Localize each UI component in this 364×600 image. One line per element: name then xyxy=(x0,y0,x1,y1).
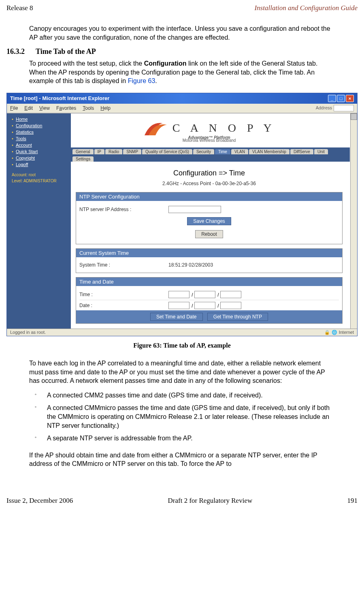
tab-unit[interactable]: Unit xyxy=(314,149,328,154)
status-logged-in: Logged in as root. xyxy=(10,330,46,335)
device-info: 2.4GHz - Access Point - 0a-00-3e-20-a5-3… xyxy=(76,181,343,192)
maximize-button[interactable]: □ xyxy=(337,95,345,102)
tab-snmp[interactable]: SNMP xyxy=(123,149,141,154)
intro-paragraph: Canopy encourages you to experiment with… xyxy=(29,24,335,42)
address-label: Address xyxy=(316,105,354,111)
panel-system-time-header: Current System Time xyxy=(76,249,342,257)
lock-icon: 🔒 xyxy=(324,330,330,335)
time-hour-input[interactable] xyxy=(168,291,189,298)
date-day-input[interactable] xyxy=(194,302,215,309)
header-release: Release 8 xyxy=(6,4,33,12)
nav-statistics[interactable]: Statistics xyxy=(12,129,68,135)
window-title: Time [root] - Microsoft Internet Explore… xyxy=(10,95,109,101)
tab-ip[interactable]: IP xyxy=(94,149,104,154)
time-label: Time : xyxy=(79,292,168,297)
nav-quick-start[interactable]: Quick Start xyxy=(12,148,68,155)
list-item: A connected CMMmicro passes the time and… xyxy=(29,404,335,430)
config-tabs: General IP Radio SNMP Quality of Service… xyxy=(71,147,350,162)
save-changes-button[interactable]: Save Changes xyxy=(187,217,231,225)
close-button[interactable]: × xyxy=(346,95,354,102)
browser-menubar: File Edit View Favorites Tools Help Addr… xyxy=(7,104,357,113)
footer-draft: Draft 2 for Regulatory Review xyxy=(168,497,253,505)
browser-statusbar: Logged in as root. 🔒 🌐 Internet xyxy=(7,329,357,336)
tab-qos[interactable]: Quality of Service (QoS) xyxy=(142,149,192,154)
time-sec-input[interactable] xyxy=(220,291,241,298)
list-item: A separate NTP server is addressable fro… xyxy=(29,434,335,443)
logo-area: C A N O P Y Advantage™ Platform Motorola… xyxy=(76,117,343,147)
tab-radio[interactable]: Radio xyxy=(105,149,122,154)
menu-favorites[interactable]: Favorites xyxy=(56,105,76,111)
panel-ntp: NTP Server Configuration NTP server IP A… xyxy=(76,192,343,244)
figure-link[interactable]: Figure 63 xyxy=(128,77,155,84)
nav-account[interactable]: Account xyxy=(12,142,68,148)
section-number: 16.3.2 xyxy=(6,47,36,56)
description-paragraph: To have each log in the AP correlated to… xyxy=(29,359,335,385)
config-page-title: Configuration => Time xyxy=(76,162,343,181)
tab-general[interactable]: General xyxy=(72,149,94,154)
globe-icon: 🌐 xyxy=(332,330,337,335)
footer-issue: Issue 2, December 2006 xyxy=(6,497,73,505)
section-heading: 16.3.2Time Tab of the AP xyxy=(6,47,335,56)
tab-vlan[interactable]: VLAN xyxy=(231,149,248,154)
date-year-input[interactable] xyxy=(220,302,241,309)
scrollbar-up-arrow[interactable] xyxy=(351,113,357,120)
reboot-button[interactable]: Reboot xyxy=(195,230,223,238)
address-input[interactable] xyxy=(334,105,354,111)
ntp-ip-input[interactable] xyxy=(168,206,221,213)
menu-tools[interactable]: Tools xyxy=(83,105,94,111)
ntp-ip-label: NTP server IP Address : xyxy=(79,207,168,212)
scenario-list: A connected CMM2 passes time and date (G… xyxy=(29,391,335,443)
tab-security[interactable]: Security xyxy=(193,149,214,154)
panel-system-time: Current System Time System Time : 18:51:… xyxy=(76,248,343,273)
account-level: Level: ADMINISTRATOR xyxy=(7,178,71,184)
system-time-value: 18:51:29 02/28/2003 xyxy=(168,262,213,268)
panel-time-date-header: Time and Date xyxy=(76,278,342,286)
menu-help[interactable]: Help xyxy=(100,105,111,111)
closing-paragraph: If the AP should obtain time and date fr… xyxy=(29,451,335,468)
tab-diffserve[interactable]: DiffServe xyxy=(290,149,313,154)
browser-window: Time [root] - Microsoft Internet Explore… xyxy=(6,93,358,336)
nav-copyright[interactable]: Copyright xyxy=(12,155,68,161)
figure-caption: Figure 63: Time tab of AP, example xyxy=(29,342,335,349)
time-min-input[interactable] xyxy=(194,291,215,298)
sidebar-nav: Home Configuration Statistics Tools Acco… xyxy=(7,113,71,329)
nav-home[interactable]: Home xyxy=(12,116,68,122)
status-zone: Internet xyxy=(339,330,354,335)
nav-tools[interactable]: Tools xyxy=(12,135,68,142)
nav-configuration[interactable]: Configuration xyxy=(12,122,68,129)
date-month-input[interactable] xyxy=(168,302,189,309)
menu-edit[interactable]: Edit xyxy=(24,105,33,111)
panel-time-date: Time and Date Time : / / Date : xyxy=(76,277,343,314)
date-label: Date : xyxy=(79,303,168,308)
canopy-logo-icon xyxy=(143,119,171,137)
logo-tagline: Motorola Wireless Broadband xyxy=(76,138,343,143)
list-item: A connected CMM2 passes time and date (G… xyxy=(29,391,335,400)
menu-file[interactable]: File xyxy=(10,105,18,111)
tab-time[interactable]: Time xyxy=(215,149,230,154)
nav-logoff[interactable]: Logoff xyxy=(12,161,68,168)
tab-settings[interactable]: Settings xyxy=(72,156,94,162)
set-time-date-button[interactable]: Set Time and Date xyxy=(150,313,202,321)
header-guide: Installation and Configuration Guide xyxy=(254,4,358,12)
menu-view[interactable]: View xyxy=(39,105,50,111)
tab-vlan-membership[interactable]: VLAN Membership xyxy=(249,149,289,154)
instruction-paragraph: To proceed with the test setup, click th… xyxy=(29,59,335,85)
account-name: Account: root xyxy=(7,172,71,178)
system-time-label: System Time : xyxy=(79,262,168,268)
browser-titlebar: Time [root] - Microsoft Internet Explore… xyxy=(7,93,357,104)
minimize-button[interactable]: _ xyxy=(328,95,336,102)
panel-ntp-header: NTP Server Configuration xyxy=(76,192,342,201)
section-title: Time Tab of the AP xyxy=(36,47,96,56)
footer-page: 191 xyxy=(347,497,358,505)
logo-text: C A N O P Y xyxy=(172,122,276,135)
get-time-ntp-button[interactable]: Get Time through NTP xyxy=(207,313,268,321)
